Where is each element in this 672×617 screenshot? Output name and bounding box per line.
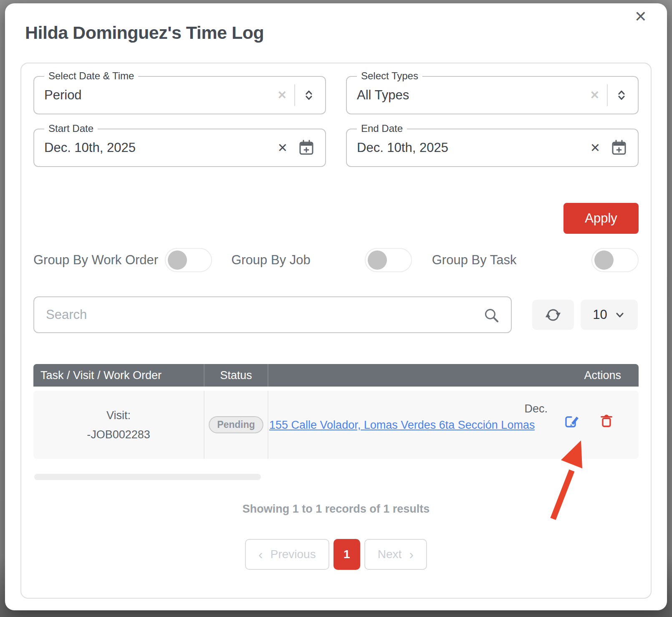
chevron-down-icon — [614, 309, 626, 321]
results-summary: Showing 1 to 1 records of 1 results — [33, 503, 639, 516]
toolbar: 10 — [33, 296, 639, 333]
header-status: Status — [204, 364, 268, 387]
end-date-value: Dec. 10th, 2025 — [357, 140, 590, 155]
pagination: ‹ Previous 1 Next › — [33, 539, 639, 570]
header-task-visit-work-order: Task / Visit / Work Order — [33, 369, 204, 382]
status-badge: Pending — [209, 416, 263, 433]
page-title: Hilda Dominguez's Time Log — [25, 23, 264, 43]
previous-page-button[interactable]: ‹ Previous — [245, 539, 329, 570]
content-card: Select Date & Time Period ✕ Select Types — [20, 63, 652, 599]
types-select-value: All Types — [357, 88, 590, 103]
group-toggles: Group By Work Order Group By Job Group B… — [33, 248, 639, 272]
refresh-icon — [544, 306, 562, 324]
chevron-right-icon: › — [409, 548, 414, 561]
table-header: Task / Visit / Work Order Status Actions — [33, 364, 639, 387]
details-cell: Dec. 155 Calle Volador, Lomas Verdes 6ta… — [268, 391, 563, 459]
types-select[interactable]: Select Types All Types ✕ — [346, 76, 639, 114]
group-by-task-label: Group By Task — [432, 253, 517, 268]
date-text: Dec. — [269, 402, 563, 415]
filter-fields: Select Date & Time Period ✕ Select Types — [33, 76, 639, 167]
job-number: -JOB002283 — [87, 425, 150, 444]
table-row: Visit: -JOB002283 Pending Dec. 155 Calle… — [33, 391, 639, 459]
current-page-button[interactable]: 1 — [333, 539, 360, 570]
clear-icon[interactable]: ✕ — [277, 90, 287, 101]
group-by-work-order-label: Group By Work Order — [33, 253, 158, 268]
group-by-job-toggle[interactable] — [365, 248, 412, 272]
search-box — [33, 296, 512, 333]
group-by-job-label: Group By Job — [231, 253, 311, 268]
apply-button[interactable]: Apply — [563, 203, 639, 234]
group-by-work-order-toggle[interactable] — [165, 248, 212, 272]
toggle-knob — [368, 250, 387, 270]
divider — [294, 84, 295, 106]
search-icon[interactable] — [483, 307, 500, 326]
select-spinner-icon[interactable] — [303, 89, 315, 101]
visit-label: Visit: — [106, 406, 131, 425]
clear-icon[interactable]: ✕ — [590, 90, 599, 101]
group-by-task-toggle[interactable] — [591, 248, 639, 272]
edit-icon[interactable] — [563, 412, 580, 459]
page-size-value: 10 — [593, 307, 607, 322]
header-spacer — [268, 364, 563, 387]
toggle-knob — [168, 250, 187, 270]
status-cell: Pending — [204, 391, 268, 459]
refresh-button[interactable] — [532, 300, 574, 330]
screen-backdrop: Hilda Dominguez's Time Log ✕ Select Date… — [0, 0, 672, 617]
previous-label: Previous — [270, 548, 316, 561]
close-icon[interactable]: ✕ — [634, 9, 647, 24]
start-date-label: Start Date — [44, 123, 98, 134]
page-size-dropdown[interactable]: 10 — [581, 300, 638, 330]
actions-cell — [563, 391, 639, 459]
clear-icon[interactable]: ✕ — [278, 142, 288, 154]
task-cell: Visit: -JOB002283 — [33, 391, 204, 459]
date-time-select-value: Period — [44, 88, 277, 103]
toggle-knob — [594, 250, 614, 270]
clear-icon[interactable]: ✕ — [590, 142, 600, 154]
apply-row: Apply — [33, 203, 639, 234]
search-input[interactable] — [45, 307, 476, 323]
chevron-left-icon: ‹ — [258, 548, 263, 561]
address-link[interactable]: 155 Calle Volador, Lomas Verdes 6ta Secc… — [269, 419, 535, 432]
calendar-icon[interactable] — [298, 139, 315, 157]
next-page-button[interactable]: Next › — [364, 539, 427, 570]
horizontal-scrollbar-thumb[interactable] — [34, 474, 261, 480]
delete-icon[interactable] — [599, 412, 614, 459]
date-time-select-label: Select Date & Time — [44, 70, 138, 82]
start-date-value: Dec. 10th, 2025 — [44, 140, 278, 155]
next-label: Next — [378, 548, 402, 561]
types-select-label: Select Types — [357, 70, 422, 82]
end-date-label: End Date — [357, 123, 407, 134]
date-time-select[interactable]: Select Date & Time Period ✕ — [33, 76, 326, 114]
start-date-field[interactable]: Start Date Dec. 10th, 2025 ✕ — [33, 129, 326, 167]
calendar-icon[interactable] — [610, 139, 628, 157]
end-date-field[interactable]: End Date Dec. 10th, 2025 ✕ — [346, 129, 639, 167]
select-spinner-icon[interactable] — [615, 89, 628, 101]
header-actions: Actions — [563, 369, 639, 382]
time-log-modal: Hilda Dominguez's Time Log ✕ Select Date… — [5, 3, 667, 610]
divider — [607, 84, 608, 106]
time-log-table: Task / Visit / Work Order Status Actions… — [33, 364, 639, 480]
